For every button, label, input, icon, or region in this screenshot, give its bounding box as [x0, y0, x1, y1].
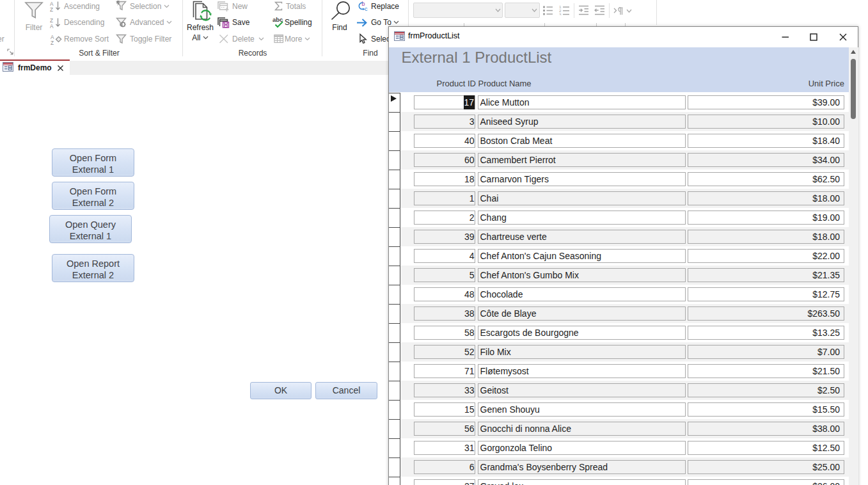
- svg-text:A: A: [51, 35, 54, 40]
- svg-text:Z: Z: [51, 40, 54, 45]
- svg-text:A: A: [50, 1, 54, 7]
- svg-text:abc: abc: [272, 17, 283, 23]
- svg-text:c: c: [365, 6, 368, 12]
- svg-text:Z: Z: [50, 18, 53, 24]
- svg-text:3: 3: [559, 12, 562, 16]
- svg-text:Z: Z: [50, 7, 53, 12]
- svg-text:A: A: [50, 24, 54, 29]
